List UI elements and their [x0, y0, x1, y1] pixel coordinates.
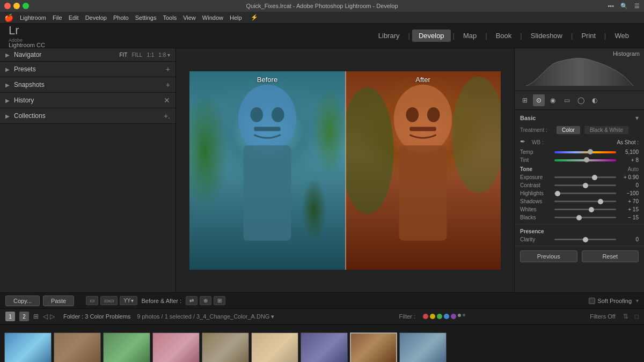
collections-add[interactable]: +. [164, 112, 170, 120]
menu-develop[interactable]: Develop [85, 14, 107, 21]
shadows-slider[interactable] [554, 201, 616, 202]
soft-proofing-checkbox[interactable] [589, 298, 595, 304]
tab-develop[interactable]: Develop [412, 29, 451, 42]
split-view-btn[interactable]: ⊞ [214, 296, 225, 305]
filmstrip-thumb-1[interactable]: ⊞✓ [4, 333, 52, 363]
red-filter-dot[interactable] [423, 314, 428, 319]
tint-thumb[interactable] [584, 157, 589, 162]
nav-fill[interactable]: FILL [131, 52, 142, 58]
gray-filter-dot[interactable] [458, 314, 461, 317]
copy-settings-btn[interactable]: ⊕ [200, 296, 211, 305]
whites-slider[interactable] [554, 209, 616, 210]
filters-off-label[interactable]: Filters Off [590, 313, 615, 320]
yellow-filter-dot[interactable] [430, 314, 435, 319]
history-clear[interactable]: ✕ [164, 96, 170, 105]
collections-header[interactable]: ▶ Collections +. [0, 108, 175, 123]
wb-value[interactable]: As Shot : [617, 139, 639, 145]
history-header[interactable]: ▶ History ✕ [0, 93, 175, 108]
compare-view-btn[interactable]: ▭▭ [100, 296, 118, 305]
nav-1-1[interactable]: 1:1 [147, 52, 154, 58]
filmstrip-thumb-4[interactable]: ⊞✓ [152, 333, 200, 363]
filename-text[interactable]: / 3_4_Change_Color_A.DNG ▾ [193, 313, 275, 320]
redeye-tool[interactable]: ◉ [547, 94, 559, 106]
menu-window[interactable]: Window [202, 14, 223, 21]
copy-button[interactable]: Copy... [5, 295, 40, 306]
clarity-slider[interactable] [554, 239, 616, 240]
next-photo-icon[interactable]: ▷ [50, 313, 55, 320]
tab-print[interactable]: Print [575, 29, 602, 42]
spot-heal-tool[interactable]: ⊙ [533, 94, 545, 106]
crop-tool[interactable]: ⊞ [519, 94, 531, 106]
highlights-slider[interactable] [554, 193, 616, 194]
grid-view-icon[interactable]: ⊞ [33, 313, 39, 320]
adj-brush-tool[interactable]: ◐ [589, 94, 601, 106]
filter-lock-icon[interactable]: □ [635, 313, 639, 320]
search-icon[interactable]: 🔍 [620, 3, 628, 10]
filmstrip-thumb-2[interactable]: ⊞✓ [54, 333, 101, 363]
previous-btn[interactable]: Previous [520, 250, 577, 262]
menu-file[interactable]: File [53, 14, 62, 21]
dark-filter-dot[interactable] [463, 314, 465, 316]
filmstrip-thumb-8-selected[interactable]: ⊞✓ [350, 333, 397, 363]
contrast-thumb[interactable] [583, 183, 588, 188]
color-btn[interactable]: Color [557, 126, 580, 134]
filmstrip-thumb-9[interactable]: ⊞✓ [399, 333, 447, 363]
reset-btn[interactable]: Reset [582, 250, 639, 262]
nav-fit[interactable]: FIT [119, 52, 127, 58]
tab-web[interactable]: Web [609, 29, 636, 42]
radial-filter-tool[interactable]: ◯ [575, 94, 587, 106]
auto-btn[interactable]: Auto [627, 166, 639, 172]
soft-proofing-arrow[interactable]: ▾ [636, 298, 639, 304]
menu-tools[interactable]: Tools [163, 14, 177, 21]
filmstrip-thumb-3[interactable]: ⊞✓ [103, 333, 150, 363]
filter-options-icon[interactable]: ⇅ [623, 313, 628, 320]
more-icon[interactable]: ••• [608, 3, 614, 10]
prev-photo-icon[interactable]: ◁ [43, 313, 48, 320]
exposure-thumb[interactable] [592, 175, 597, 180]
navigator-arrow[interactable]: ▶ [5, 52, 11, 57]
temp-slider[interactable] [554, 151, 616, 153]
view-mode-btn[interactable]: YY▾ [120, 296, 137, 305]
presets-add[interactable]: + [166, 65, 170, 73]
close-button[interactable] [4, 3, 11, 9]
apple-menu[interactable]: 🍎 [4, 13, 13, 22]
window-controls[interactable] [4, 3, 29, 9]
presets-header[interactable]: ▶ Presets + [0, 62, 175, 77]
strip-num-1[interactable]: 1 [5, 312, 15, 321]
paste-button[interactable]: Paste [43, 295, 74, 306]
highlights-thumb[interactable] [555, 191, 560, 196]
minimize-button[interactable] [13, 3, 20, 9]
snapshots-header[interactable]: ▶ Snapshots + [0, 77, 175, 92]
filmstrip-thumb-6[interactable]: ⊞✓ [251, 333, 298, 363]
bw-btn[interactable]: Black & White [584, 126, 628, 134]
menu-help[interactable]: Help [230, 14, 242, 21]
swap-btn[interactable]: ⇄ [186, 296, 197, 305]
menu-view[interactable]: View [183, 14, 196, 21]
single-view-btn[interactable]: ▭ [86, 296, 98, 305]
menu-edit[interactable]: Edit [69, 14, 79, 21]
blue-filter-dot[interactable] [444, 314, 449, 319]
shadows-thumb[interactable] [598, 199, 603, 204]
filmstrip-thumb-5[interactable]: ⊞✓ [202, 333, 249, 363]
strip-num-2[interactable]: 2 [19, 312, 29, 321]
tab-slideshow[interactable]: Slideshow [524, 29, 569, 42]
exposure-slider[interactable] [554, 176, 616, 178]
blacks-thumb[interactable] [576, 215, 582, 220]
tab-library[interactable]: Library [372, 29, 406, 42]
blacks-slider[interactable] [554, 217, 616, 218]
maximize-button[interactable] [23, 3, 29, 9]
tint-slider[interactable] [554, 159, 616, 161]
temp-thumb[interactable] [588, 149, 593, 154]
menu-icon[interactable]: ☰ [634, 3, 640, 10]
filmstrip-thumb-7[interactable]: ⊞✓ [301, 333, 348, 363]
tab-map[interactable]: Map [457, 29, 483, 42]
menu-photo[interactable]: Photo [113, 14, 129, 21]
basic-collapse[interactable]: ▾ [635, 114, 639, 122]
grad-filter-tool[interactable]: ▭ [561, 94, 573, 106]
nav-ratio[interactable]: 1:8 ▾ [158, 52, 170, 58]
clarity-thumb[interactable] [583, 237, 588, 242]
contrast-slider[interactable] [554, 184, 616, 186]
tab-book[interactable]: Book [489, 29, 518, 42]
purple-filter-dot[interactable] [451, 314, 456, 319]
menu-settings[interactable]: Settings [135, 14, 157, 21]
